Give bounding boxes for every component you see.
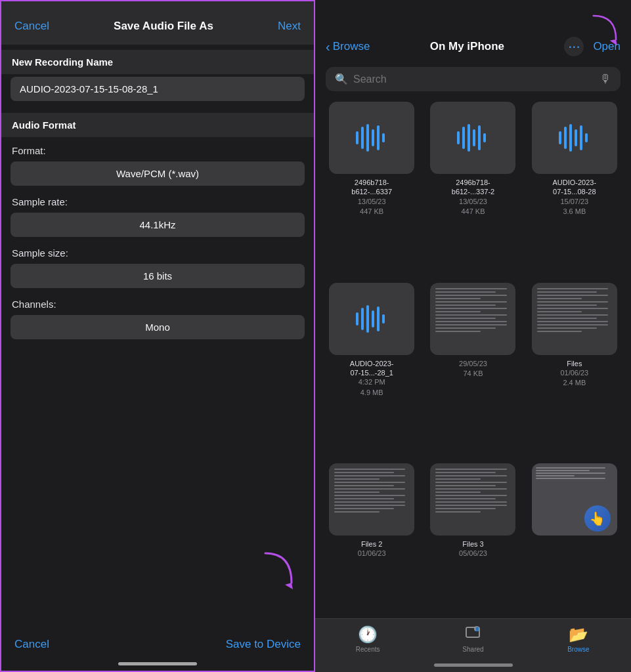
list-item[interactable]: 29/05/2374 KB	[427, 283, 519, 455]
file-name: Files 2	[361, 539, 382, 549]
file-thumbnail	[532, 102, 617, 174]
browse-icon: 📂	[569, 625, 588, 644]
file-name: AUDIO-2023-07-15...08-28	[553, 178, 597, 197]
doc-line	[435, 469, 506, 470]
channels-label: Channels:	[1, 291, 314, 312]
file-meta: 05/06/23	[459, 549, 487, 558]
file-name: AUDIO-2023-07-15...-28_1	[350, 359, 394, 378]
svg-rect-2	[356, 131, 359, 144]
doc-line	[435, 475, 506, 476]
file-meta: 29/05/2374 KB	[459, 359, 487, 379]
recording-name-header: New Recording Name	[1, 50, 314, 74]
svg-rect-9	[462, 127, 465, 149]
browse-back-button[interactable]: ‹ Browse	[326, 39, 370, 54]
list-item[interactable]: Files 2 01/06/23	[326, 463, 418, 616]
footer-cancel-button[interactable]: Cancel	[14, 638, 49, 651]
list-item[interactable]: Files 3 05/06/23	[427, 463, 519, 616]
more-button[interactable]: ···	[564, 37, 584, 56]
recents-icon: 🕐	[358, 625, 378, 644]
file-name: Files 3	[462, 539, 483, 549]
tab-shared[interactable]: 👤 Shared	[420, 625, 525, 653]
doc-line	[537, 304, 597, 306]
save-to-device-button[interactable]: Save to Device	[226, 638, 301, 651]
search-bar[interactable]: 🔍 🎙	[326, 67, 620, 91]
tab-browse[interactable]: 📂 Browse	[526, 625, 631, 653]
mic-icon[interactable]: 🎙	[599, 72, 611, 86]
file-thumbnail	[532, 283, 617, 355]
sample-size-label: Sample size:	[1, 240, 314, 261]
doc-line	[334, 498, 394, 499]
home-indicator	[434, 663, 513, 667]
doc-line	[334, 511, 379, 513]
list-item[interactable]: 2496b718-b612-...337-2 13/05/23447 KB	[427, 102, 519, 274]
file-meta: 01/06/232.4 MB	[560, 368, 588, 388]
shared-icon: 👤	[465, 625, 481, 644]
doc-line	[537, 331, 582, 332]
save-audio-panel: Cancel Save Audio File As Next New Recor…	[0, 0, 315, 672]
left-header: Cancel Save Audio File As Next	[1, 1, 314, 45]
svg-rect-6	[377, 125, 380, 150]
doc-line	[435, 495, 506, 496]
svg-text:👤: 👤	[475, 627, 480, 632]
file-thumbnail: 👆	[532, 463, 617, 536]
doc-line	[537, 288, 608, 289]
doc-preview	[329, 463, 414, 536]
format-value[interactable]: Wave/PCM (*.wav)	[11, 161, 305, 186]
format-label: Format:	[1, 137, 314, 159]
file-name: Files	[567, 359, 582, 368]
sample-rate-label: Sample rate:	[1, 188, 314, 210]
doc-line	[435, 501, 506, 503]
list-item[interactable]: 👆	[529, 463, 620, 616]
filename-input[interactable]: AUDIO-2023-07-15-15-08-28_1	[11, 77, 305, 101]
next-button[interactable]: Next	[278, 20, 301, 33]
search-icon: 🔍	[335, 73, 348, 85]
audio-waveform-icon	[453, 121, 492, 154]
list-item[interactable]: 2496b718-b612-...6337 13/05/23447 KB	[326, 102, 418, 274]
doc-line	[435, 472, 495, 473]
channels-value[interactable]: Mono	[11, 315, 305, 339]
arrow-annotation	[259, 547, 298, 595]
doc-line	[435, 505, 506, 506]
dialog-title: Save Audio File As	[114, 20, 213, 33]
doc-line	[537, 291, 597, 293]
doc-line	[435, 498, 495, 499]
cancel-button[interactable]: Cancel	[14, 20, 49, 33]
svg-rect-22	[366, 305, 369, 333]
tab-browse-label: Browse	[567, 646, 589, 653]
svg-rect-8	[457, 131, 460, 144]
svg-rect-14	[559, 131, 561, 144]
list-item[interactable]: AUDIO-2023-07-15...08-28 15/07/233.6 MB	[529, 102, 620, 274]
doc-line	[334, 472, 394, 473]
doc-line	[334, 492, 379, 493]
doc-line	[334, 469, 405, 470]
search-input[interactable]	[353, 74, 594, 85]
file-meta: 01/06/23	[358, 549, 386, 558]
doc-line	[435, 298, 480, 299]
sample-size-value[interactable]: 16 bits	[11, 264, 305, 288]
svg-marker-0	[285, 583, 293, 589]
doc-line	[334, 485, 394, 486]
svg-rect-10	[468, 124, 470, 152]
tab-recents-label: Recents	[356, 646, 380, 653]
fingerprint-icon: 👆	[584, 505, 611, 532]
tab-recents[interactable]: 🕐 Recents	[315, 625, 420, 653]
svg-rect-4	[366, 124, 369, 152]
status-bar	[315, 0, 631, 33]
doc-line	[435, 488, 506, 490]
list-item[interactable]: Files 01/06/232.4 MB	[529, 283, 620, 455]
svg-rect-17	[575, 129, 577, 146]
doc-line	[435, 327, 495, 329]
doc-line	[334, 482, 405, 483]
doc-line	[435, 314, 506, 316]
file-thumbnail	[430, 283, 515, 355]
svg-rect-15	[564, 127, 567, 149]
tab-shared-label: Shared	[462, 646, 483, 653]
doc-line	[537, 314, 608, 316]
doc-line	[537, 318, 597, 319]
list-item[interactable]: AUDIO-2023-07-15...-28_1 4:32 PM4.9 MB	[326, 283, 418, 455]
sample-rate-value[interactable]: 44.1kHz	[11, 213, 305, 237]
doc-line	[537, 298, 582, 299]
svg-rect-20	[356, 312, 359, 326]
doc-line	[334, 495, 405, 496]
audio-waveform-icon	[352, 121, 391, 154]
